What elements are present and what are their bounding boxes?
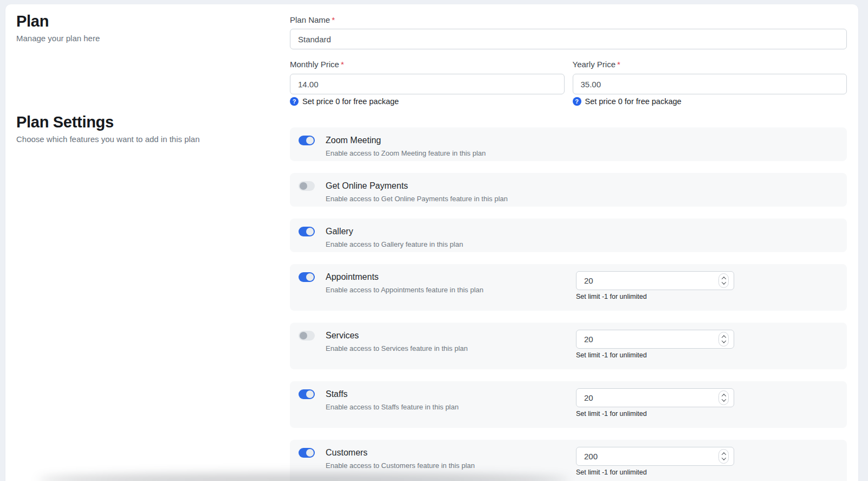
feature-description: Enable access to Appointments feature in…: [326, 286, 483, 294]
feature-toggle[interactable]: [299, 227, 315, 236]
stepper-down-icon[interactable]: [721, 280, 726, 284]
toggle-knob: [306, 390, 314, 398]
plan-name-label: Plan Name*: [290, 15, 847, 25]
number-stepper[interactable]: [718, 273, 729, 288]
feature-limit-block: 20 Set limit -1 for unlimited: [576, 388, 734, 418]
feature-limit-hint: Set limit -1 for unlimited: [576, 293, 734, 300]
feature-limit-input[interactable]: 20: [576, 271, 734, 290]
feature-limit-value: 20: [584, 335, 718, 344]
feature-row: Zoom Meeting Enable access to Zoom Meeti…: [290, 127, 847, 161]
feature-limit-hint: Set limit -1 for unlimited: [576, 410, 734, 418]
yearly-price-help-text: Set price 0 for free package: [585, 97, 682, 106]
feature-title: Zoom Meeting: [326, 135, 486, 145]
monthly-price-label: Monthly Price*: [290, 59, 565, 70]
feature-title: Staffs: [326, 389, 458, 399]
feature-limit-value: 20: [584, 276, 718, 285]
feature-description: Enable access to Gallery feature in this…: [326, 240, 463, 249]
plan-settings-header: Plan Settings Choose which features you …: [16, 113, 271, 145]
monthly-price-help-text: Set price 0 for free package: [302, 97, 399, 106]
feature-description: Enable access to Zoom Meeting feature in…: [326, 149, 486, 158]
plan-card: Plan Manage your plan here Plan Settings…: [5, 4, 858, 481]
feature-description: Enable access to Staffs feature in this …: [326, 403, 458, 412]
feature-title: Customers: [326, 447, 475, 458]
plan-settings-subtitle: Choose which features you want to add in…: [16, 134, 271, 145]
feature-row: Appointments Enable access to Appointmen…: [290, 264, 847, 311]
feature-limit-block: 20 Set limit -1 for unlimited: [576, 330, 734, 359]
feature-row: Get Online Payments Enable access to Get…: [290, 173, 847, 207]
number-stepper[interactable]: [718, 449, 729, 464]
plan-name-input[interactable]: [290, 29, 847, 49]
required-asterisk: *: [332, 15, 335, 24]
feature-toggle[interactable]: [299, 181, 315, 191]
feature-row: Gallery Enable access to Gallery feature…: [290, 219, 847, 252]
toggle-knob: [306, 449, 314, 457]
feature-row: Customers Enable access to Customers fea…: [290, 440, 847, 481]
question-circle-icon: ?: [290, 97, 299, 106]
number-stepper[interactable]: [718, 390, 729, 405]
feature-toggle[interactable]: [299, 272, 315, 282]
feature-description: Enable access to Customers feature in th…: [326, 461, 475, 470]
feature-limit-input[interactable]: 200: [576, 447, 734, 466]
feature-toggle[interactable]: [299, 448, 315, 458]
plan-section-header: Plan Manage your plan here: [16, 12, 271, 44]
feature-description: Enable access to Services feature in thi…: [326, 344, 468, 353]
stepper-down-icon[interactable]: [721, 338, 726, 343]
toggle-knob: [306, 273, 314, 281]
toggle-knob: [300, 332, 307, 339]
yearly-price-input[interactable]: [573, 74, 847, 94]
yearly-price-field: Yearly Price* ? Set price 0 for free pac…: [573, 59, 847, 106]
monthly-price-label-text: Monthly Price: [290, 60, 339, 69]
feature-title: Services: [326, 330, 468, 341]
feature-title: Get Online Payments: [326, 181, 508, 191]
toggle-knob: [300, 182, 307, 190]
toggle-knob: [306, 228, 314, 235]
yearly-price-help: ? Set price 0 for free package: [573, 97, 847, 106]
required-asterisk: *: [341, 60, 344, 69]
plan-name-field: Plan Name*: [290, 15, 847, 49]
feature-limit-value: 200: [584, 452, 718, 461]
plan-subtitle: Manage your plan here: [16, 33, 271, 44]
monthly-price-help: ? Set price 0 for free package: [290, 97, 565, 106]
monthly-price-field: Monthly Price* ? Set price 0 for free pa…: [290, 59, 565, 106]
yearly-price-label-text: Yearly Price: [573, 60, 616, 69]
question-circle-icon: ?: [573, 97, 581, 106]
feature-limit-hint: Set limit -1 for unlimited: [576, 351, 734, 359]
plan-settings-title: Plan Settings: [16, 113, 271, 131]
required-asterisk: *: [617, 60, 620, 69]
feature-description: Enable access to Get Online Payments fea…: [326, 195, 508, 203]
feature-limit-block: 200 Set limit -1 for unlimited: [576, 447, 734, 476]
feature-toggle[interactable]: [299, 331, 315, 341]
feature-limit-value: 20: [584, 393, 718, 402]
stepper-down-icon[interactable]: [721, 397, 726, 401]
features-list: Zoom Meeting Enable access to Zoom Meeti…: [290, 127, 847, 481]
plan-name-label-text: Plan Name: [290, 15, 330, 24]
plan-form: Plan Name* Monthly Price* ? Set price 0 …: [290, 4, 847, 481]
feature-title: Gallery: [326, 226, 463, 236]
stepper-down-icon[interactable]: [721, 456, 726, 460]
toggle-knob: [306, 137, 314, 144]
feature-limit-hint: Set limit -1 for unlimited: [576, 469, 734, 476]
plan-title: Plan: [16, 12, 271, 30]
feature-limit-block: 20 Set limit -1 for unlimited: [576, 271, 734, 300]
feature-toggle[interactable]: [299, 136, 315, 145]
feature-limit-input[interactable]: 20: [576, 388, 734, 407]
feature-title: Appointments: [326, 272, 483, 282]
feature-row: Staffs Enable access to Staffs feature i…: [290, 381, 847, 428]
monthly-price-input[interactable]: [290, 74, 565, 94]
feature-row: Services Enable access to Services featu…: [290, 323, 847, 369]
feature-limit-input[interactable]: 20: [576, 330, 734, 349]
number-stepper[interactable]: [718, 332, 729, 347]
feature-toggle[interactable]: [299, 389, 315, 399]
yearly-price-label: Yearly Price*: [573, 59, 847, 70]
